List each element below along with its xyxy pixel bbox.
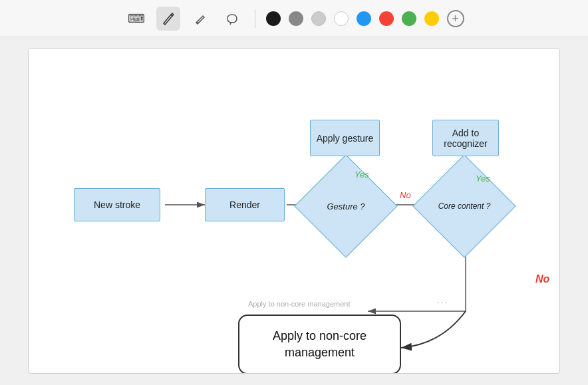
color-green[interactable] xyxy=(402,11,416,26)
no-gesture-label: No xyxy=(400,190,411,200)
color-black[interactable] xyxy=(266,11,281,26)
color-light-gray[interactable] xyxy=(311,11,326,26)
render-box: Render xyxy=(205,188,285,221)
add-to-recognizer-box: Add to recognizer xyxy=(432,120,499,156)
lasso-tool-button[interactable] xyxy=(220,7,244,31)
eraser-tool-button[interactable] xyxy=(188,7,212,31)
yes-gesture-label: Yes xyxy=(355,170,369,180)
gesture-diamond: Gesture ? xyxy=(309,170,382,243)
diagram-canvas: New stroke Render Gesture ? Core content… xyxy=(28,48,560,374)
no-core-label: No xyxy=(535,273,549,285)
color-red[interactable] xyxy=(379,11,394,26)
color-gray[interactable] xyxy=(289,11,303,26)
noncore-dots: ··· xyxy=(437,297,449,307)
apply-gesture-box: Apply gesture xyxy=(310,120,380,156)
apply-noncore-handwritten-box: Apply to non-core management xyxy=(238,315,401,374)
toolbar: ⌨ + xyxy=(0,0,588,37)
color-white[interactable] xyxy=(334,11,349,26)
add-color-button[interactable]: + xyxy=(447,10,464,27)
new-stroke-box: New stroke xyxy=(74,188,160,221)
keyboard-tool-button[interactable]: ⌨ xyxy=(124,7,148,31)
yes-core-label: Yes xyxy=(476,174,490,184)
pen-tool-button[interactable] xyxy=(156,7,180,31)
toolbar-divider xyxy=(255,9,255,28)
color-yellow[interactable] xyxy=(424,11,439,26)
noncore-small-label: Apply to non-core management xyxy=(248,300,350,308)
color-blue[interactable] xyxy=(357,11,371,26)
